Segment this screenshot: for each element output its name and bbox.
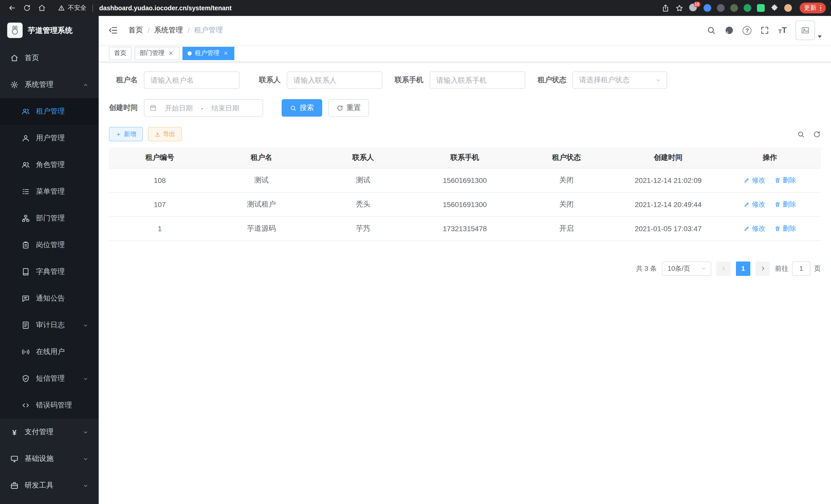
tab-close-icon[interactable] (223, 50, 229, 57)
chevron-down-icon (701, 266, 707, 271)
tab-home[interactable]: 首页 (109, 47, 132, 60)
clipboard-icon (22, 241, 30, 249)
menu-label: 基础设施 (25, 454, 53, 464)
status-select[interactable]: 请选择租户状态 (573, 71, 667, 89)
sidebar-item-system[interactable]: 系统管理 (0, 71, 99, 98)
sidebar-item-dept[interactable]: 部门管理 (0, 205, 99, 232)
select-placeholder: 请选择租户状态 (579, 76, 630, 85)
search-icon (290, 105, 296, 111)
cell-contact: 秃头 (312, 192, 414, 216)
delete-link[interactable]: 删除 (774, 224, 796, 233)
roles-icon (22, 161, 30, 169)
delete-link[interactable]: 删除 (774, 200, 796, 209)
cell-actions: 修改 删除 (719, 216, 821, 240)
sidebar-item-payment[interactable]: ¥ 支付管理 (0, 419, 99, 445)
prev-page-button[interactable] (716, 261, 731, 276)
address-divider (92, 4, 93, 11)
chevron-right-icon (760, 266, 766, 271)
breadcrumb-home[interactable]: 首页 (128, 26, 143, 35)
delete-link[interactable]: 删除 (774, 175, 796, 185)
tab-tenant[interactable]: 租户管理 (182, 47, 234, 60)
reset-button[interactable]: 重置 (328, 99, 369, 117)
share-icon[interactable] (661, 4, 669, 12)
cell-id: 108 (109, 168, 211, 192)
sidebar-item-notice[interactable]: 通知公告 (0, 285, 99, 312)
help-icon[interactable]: ? (743, 26, 752, 35)
github-icon[interactable] (725, 26, 734, 35)
page-size-select[interactable]: 10条/页 (662, 261, 711, 276)
sidebar-item-infra[interactable]: 基础设施 (0, 445, 99, 472)
cell-created: 2021-12-14 20:49:44 (617, 192, 719, 216)
tab-label: 租户管理 (195, 49, 220, 58)
menu-label: 通知公告 (36, 294, 65, 303)
tenant-name-input[interactable] (144, 71, 239, 89)
field-label: 租户状态 (538, 76, 573, 85)
phone-input[interactable] (430, 71, 525, 89)
start-date-input[interactable] (160, 104, 198, 112)
security-indicator[interactable]: 不安全 (58, 4, 86, 12)
extension-green-icon[interactable] (743, 4, 751, 12)
edit-pencil-icon (744, 177, 750, 183)
sidebar-item-sms[interactable]: 短信管理 (0, 365, 99, 392)
tab-dept[interactable]: 部门管理 (135, 47, 179, 60)
sidebar-toggle-icon[interactable] (108, 25, 118, 35)
extension-badge: 10 (693, 2, 700, 7)
extension-with-badge[interactable]: 10 (689, 4, 698, 12)
toggle-search-icon[interactable] (797, 130, 805, 138)
browser-back-button[interactable] (5, 2, 19, 14)
user-avatar-menu[interactable] (796, 21, 822, 40)
sidebar-item-role[interactable]: 角色管理 (0, 152, 99, 178)
extension-olive-icon[interactable] (730, 4, 738, 12)
sidebar-item-error-code[interactable]: 错误码管理 (0, 392, 99, 419)
end-date-input[interactable] (206, 104, 245, 112)
trash-icon (774, 177, 781, 183)
extension-chat-icon[interactable] (757, 4, 765, 12)
font-size-icon[interactable]: TT (778, 26, 787, 34)
bookmark-star-icon[interactable] (675, 4, 683, 12)
breadcrumb-system[interactable]: 系统管理 (154, 26, 183, 35)
app-root: 不安全 dashboard.yudao.iocoder.cn/system/te… (0, 0, 831, 504)
search-icon[interactable] (707, 26, 716, 35)
refresh-icon[interactable] (813, 130, 821, 138)
browser-update-button[interactable]: 更新 (799, 3, 826, 13)
goto-page-input[interactable] (792, 261, 810, 276)
menu-label: 在线用户 (36, 347, 65, 357)
next-page-button[interactable] (755, 261, 770, 276)
edit-link[interactable]: 修改 (744, 175, 765, 185)
sidebar-item-dev-tools[interactable]: 研发工具 (0, 472, 99, 499)
main-area: 首页 / 系统管理 / 租户管理 ? TT (99, 16, 831, 504)
sidebar-item-tenant[interactable]: 租户管理 (0, 98, 99, 125)
edit-link[interactable]: 修改 (744, 224, 765, 233)
sidebar-item-online-user[interactable]: 在线用户 (0, 338, 99, 365)
fullscreen-icon[interactable] (760, 26, 770, 35)
extension-gray-icon[interactable] (717, 4, 724, 12)
profile-avatar-icon[interactable] (784, 4, 792, 12)
date-range-picker[interactable]: - (144, 99, 263, 117)
contact-input[interactable] (287, 71, 382, 89)
tenant-table: 租户编号 租户名 联系人 联系手机 租户状态 创建时间 操作 108 测试 (109, 147, 821, 241)
sidebar-item-post[interactable]: 岗位管理 (0, 232, 99, 259)
export-button[interactable]: 导出 (148, 127, 182, 141)
chevron-down-icon (83, 483, 88, 488)
puzzle-extensions-icon[interactable] (770, 4, 778, 12)
sidebar-item-dict[interactable]: 字典管理 (0, 259, 99, 285)
sidebar-item-home[interactable]: 首页 (0, 45, 99, 71)
address-bar[interactable]: dashboard.yudao.iocoder.cn/system/tenant (99, 4, 654, 11)
goto-page: 前往 页 (775, 261, 821, 276)
tab-close-icon[interactable] (168, 50, 174, 57)
update-label: 更新 (804, 4, 816, 12)
broadcast-icon (22, 348, 30, 356)
browser-home-button[interactable] (35, 2, 49, 14)
add-button[interactable]: 新增 (109, 127, 143, 141)
page-number-button[interactable]: 1 (736, 261, 750, 276)
sidebar-item-audit-log[interactable]: 审计日志 (0, 312, 99, 338)
extension-blue-icon[interactable] (703, 4, 711, 12)
browser-actions: 10 更新 (661, 3, 826, 13)
edit-link[interactable]: 修改 (744, 200, 765, 209)
cell-phone: 15601691300 (414, 192, 516, 216)
sidebar-item-menu[interactable]: 菜单管理 (0, 178, 99, 205)
plus-icon (116, 131, 121, 137)
browser-reload-button[interactable] (20, 2, 34, 14)
sidebar-item-user[interactable]: 用户管理 (0, 125, 99, 152)
search-button[interactable]: 搜索 (282, 99, 322, 117)
